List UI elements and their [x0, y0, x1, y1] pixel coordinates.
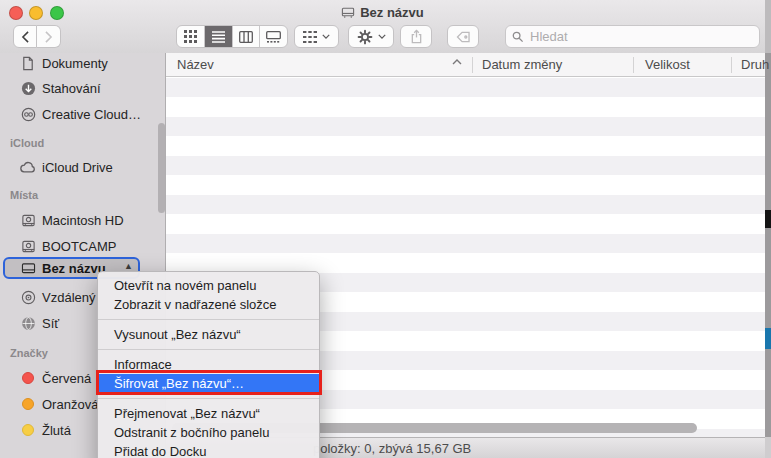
finder-window: Bez názvu — [0, 0, 771, 458]
network-globe-icon — [20, 315, 36, 331]
gallery-view-button[interactable] — [260, 26, 287, 47]
yellow-tag-icon — [20, 422, 36, 438]
menu-item-vysunout[interactable]: Vysunout „Bez názvu“ — [98, 325, 319, 344]
sidebar-item-creative-cloud[interactable]: Creative Cloud… — [0, 104, 166, 124]
search-field[interactable] — [505, 25, 760, 48]
gear-icon — [357, 29, 373, 45]
sidebar-item-label: Oranžová — [42, 397, 98, 412]
sidebar-item-macintosh-hd[interactable]: Macintosh HD — [0, 210, 166, 230]
column-view-button[interactable] — [233, 26, 261, 47]
menu-item-prejmenovat[interactable]: Přejmenovat „Bez názvu“ — [98, 404, 319, 423]
chevron-down-icon — [322, 34, 330, 39]
search-icon — [512, 31, 524, 43]
menu-item-zobrazit-v-nadrazene-slozce[interactable]: Zobrazit v nadřazené složce — [98, 295, 319, 314]
sidebar-item-label: Žlutá — [42, 423, 71, 438]
window-title: Bez názvu — [360, 5, 424, 20]
share-button[interactable] — [400, 25, 432, 48]
list-header: Název Datum změny Velikost Druh — [166, 53, 765, 77]
view-switcher — [176, 25, 288, 48]
sidebar-section-tags: Značky — [10, 347, 48, 361]
external-drive-icon — [20, 260, 36, 276]
sidebar-item-label: Stahování — [42, 81, 101, 96]
disc-icon — [20, 289, 36, 305]
sidebar-section-icloud: iCloud — [10, 137, 44, 151]
sidebar-item-label: Bez názvu — [42, 261, 106, 276]
sidebar-scrollbar[interactable] — [158, 123, 165, 213]
sidebar-item-label: Creative Cloud… — [42, 107, 141, 122]
drive-icon — [341, 6, 355, 19]
back-button[interactable] — [13, 25, 37, 48]
sidebar-item-label: Červená — [42, 371, 91, 386]
window-title-area: Bez názvu — [0, 4, 765, 20]
orange-tag-icon — [20, 396, 36, 412]
menu-item-otevrit-na-novem-panelu[interactable]: Otevřít na novém panelu — [98, 276, 319, 295]
icon-view-button[interactable] — [177, 26, 205, 47]
sidebar-item-dokumenty[interactable]: Dokumenty — [0, 53, 166, 73]
status-text: položky: 0, zbývá 15,67 GB — [313, 441, 471, 456]
sidebar-item-label: Síť — [42, 316, 59, 331]
creative-cloud-icon — [20, 106, 36, 122]
sidebar-item-icloud-drive[interactable]: iCloud Drive — [0, 157, 166, 177]
internal-drive-icon — [20, 212, 36, 228]
column-header-velikost[interactable]: Velikost — [645, 57, 690, 72]
menu-separator — [98, 314, 319, 325]
document-icon — [20, 55, 36, 71]
sidebar-item-label: Dokumenty — [42, 56, 108, 71]
search-input[interactable] — [528, 28, 732, 45]
internal-drive-icon — [20, 238, 36, 254]
list-view-button[interactable] — [205, 26, 233, 47]
red-tag-icon — [20, 370, 36, 386]
sidebar-item-stahovani[interactable]: Stahování — [0, 78, 166, 98]
column-header-nazev[interactable]: Název — [177, 57, 214, 72]
forward-button[interactable] — [37, 25, 61, 48]
group-by-button[interactable] — [294, 25, 339, 48]
window: Bez názvu — [0, 0, 765, 458]
sidebar-section-places: Místa — [10, 189, 38, 203]
menu-separator — [98, 344, 319, 355]
cloud-icon — [20, 159, 36, 175]
titlebar-toolbar: Bez názvu — [0, 0, 765, 54]
sort-ascending-icon[interactable] — [452, 59, 462, 65]
menu-item-odstranit-z-bocniho-panelu[interactable]: Odstranit z bočního panelu — [98, 423, 319, 442]
download-icon — [20, 80, 36, 96]
column-header-druh[interactable]: Druh — [741, 57, 769, 72]
column-header-datum-zmeny[interactable]: Datum změny — [482, 57, 562, 72]
menu-item-pridat-do-docku[interactable]: Přidat do Docku — [98, 442, 319, 458]
share-icon — [410, 29, 423, 44]
action-menu-button[interactable] — [348, 25, 394, 48]
tag-button[interactable] — [447, 25, 479, 48]
sidebar-item-label: iCloud Drive — [42, 160, 113, 175]
chevron-down-icon — [378, 34, 386, 39]
eject-icon[interactable]: ▲ — [124, 262, 133, 271]
nav-buttons — [13, 25, 61, 48]
sidebar-item-bootcamp[interactable]: BOOTCAMP — [0, 236, 166, 256]
sidebar-item-label: Vzdálený — [42, 290, 95, 305]
annotation-box — [96, 370, 322, 395]
sidebar-item-label: BOOTCAMP — [42, 239, 116, 254]
context-menu: Otevřít na novém panelu Zobrazit v nadřa… — [97, 271, 320, 458]
tag-icon — [456, 31, 471, 43]
sidebar-item-label: Macintosh HD — [42, 213, 124, 228]
